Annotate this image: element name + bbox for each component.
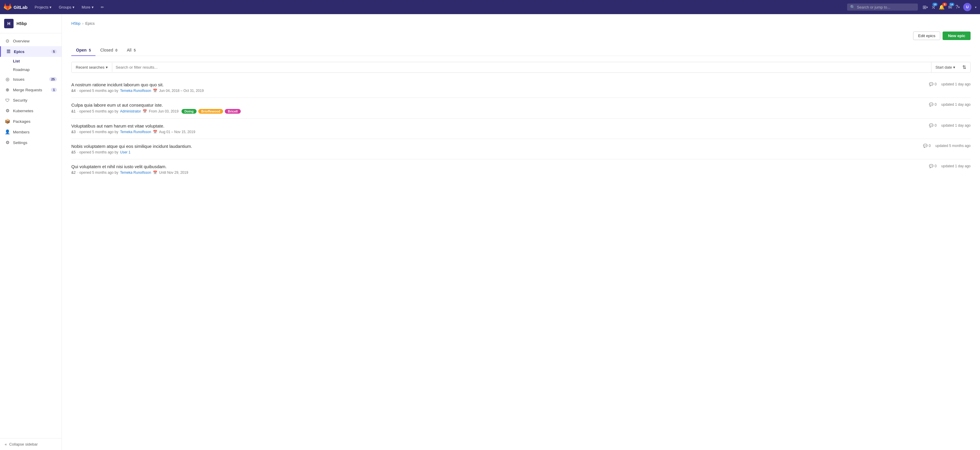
sidebar-nav: ⊙ Overview ☰ Epics 5 List Roadmap ◎ Issu…: [0, 33, 62, 438]
epic-author[interactable]: Temeka Runolfsson: [120, 170, 151, 175]
todo-btn[interactable]: 🔔 5: [939, 5, 945, 10]
merge-icon: ⊕: [5, 87, 10, 92]
global-search-input[interactable]: [857, 5, 915, 10]
comment-count: 0: [935, 102, 937, 107]
page-header: Edit epics New epic: [71, 32, 970, 40]
breadcrumb-project-link[interactable]: H5bp: [71, 21, 80, 25]
groups-nav-btn[interactable]: Groups ▾: [56, 4, 77, 11]
comment-icon: 💬: [929, 164, 934, 168]
sort-controls[interactable]: Start date ▾ ⇅: [931, 62, 970, 72]
settings-icon: ⚙: [5, 140, 10, 145]
sidebar-item-members[interactable]: 👤 Members: [0, 127, 62, 137]
epic-meta: &3 · opened 5 months ago by Temeka Runol…: [71, 130, 198, 134]
sort-label-btn[interactable]: Start date ▾: [935, 65, 955, 70]
sidebar-item-kubernetes[interactable]: ⚙ Kubernetes: [0, 105, 62, 116]
epic-date: Aug 01 – Nov 15, 2019: [159, 130, 195, 134]
epic-updated: updated 1 day ago: [942, 123, 970, 127]
sidebar-item-security[interactable]: 🛡 Security: [0, 95, 62, 105]
breadcrumb: H5bp › Epics: [71, 21, 970, 25]
sidebar-item-label: Issues: [13, 77, 24, 81]
sidebar-item-issues[interactable]: ◎ Issues 25: [0, 74, 62, 84]
kubernetes-icon: ⚙: [5, 108, 10, 113]
epic-comments: 💬 0: [929, 82, 937, 86]
tab-all[interactable]: All 5: [122, 45, 140, 56]
epic-date: Jun 04, 2018 – Oct 31, 2019: [159, 89, 204, 93]
epic-tag[interactable]: Brioffewood: [198, 109, 223, 114]
epic-updated: updated 1 day ago: [942, 164, 970, 168]
edit-icon-btn[interactable]: ✏: [99, 4, 107, 11]
help-icon: ?: [956, 5, 958, 10]
chevron-down-icon: ▾: [958, 6, 960, 9]
epic-comments: 💬 0: [923, 144, 931, 148]
epic-date: From Jun 03, 2019: [149, 109, 178, 113]
epic-title[interactable]: A nostrum ratione incidunt laborum quo q…: [71, 82, 207, 87]
recent-searches-label: Recent searches: [76, 65, 105, 70]
sidebar-project[interactable]: H H5bp: [0, 14, 62, 33]
global-search-box[interactable]: 🔍: [847, 3, 918, 11]
issues-icon: ◎: [5, 76, 10, 82]
main-content: H5bp › Epics Edit epics New epic Open 5 …: [62, 14, 980, 450]
projects-nav-btn[interactable]: Projects ▾: [32, 4, 54, 11]
plus-dropdown-btn[interactable]: ⊞ ▾: [923, 5, 928, 10]
epic-author[interactable]: Temeka Runolfsson: [120, 89, 151, 93]
filter-input[interactable]: [112, 63, 931, 72]
merge-request-btn[interactable]: ⤮ 10: [931, 5, 935, 10]
avatar-chevron[interactable]: ▾: [975, 6, 977, 9]
chevron-down-icon: ▾: [106, 65, 108, 70]
calendar-icon: 📅: [153, 89, 158, 93]
epic-title[interactable]: Qui voluptatem et nihil nisi iusto velit…: [71, 164, 191, 169]
epic-comments: 💬 0: [929, 164, 937, 168]
sidebar-item-merge-requests[interactable]: ⊕ Merge Requests 1: [0, 84, 62, 95]
main-layout: H H5bp ⊙ Overview ☰ Epics 5 List Roadmap: [0, 14, 980, 450]
help-btn[interactable]: ? ▾: [956, 5, 960, 10]
epic-ref: &2: [71, 170, 76, 175]
epic-info: A nostrum ratione incidunt laborum quo q…: [71, 82, 207, 93]
tab-open[interactable]: Open 5: [71, 45, 95, 56]
epic-info: Voluptatibus aut nam harum est vitae vol…: [71, 123, 198, 134]
edit-epics-button[interactable]: Edit epics: [913, 32, 940, 40]
sidebar: H H5bp ⊙ Overview ☰ Epics 5 List Roadmap: [0, 14, 62, 450]
gitlab-logo[interactable]: GitLab: [3, 3, 28, 11]
epic-author[interactable]: Administrator: [120, 109, 141, 113]
issues-badge: 14: [949, 3, 955, 6]
epics-list: A nostrum ratione incidunt laborum quo q…: [71, 78, 970, 179]
epic-title[interactable]: Voluptatibus aut nam harum est vitae vol…: [71, 123, 198, 129]
sidebar-item-label: Merge Requests: [13, 88, 42, 92]
tab-closed[interactable]: Closed 0: [95, 45, 122, 56]
calendar-icon: 📅: [153, 170, 158, 175]
user-avatar[interactable]: U: [963, 3, 972, 11]
epic-updated: updated 1 day ago: [942, 82, 970, 86]
epic-title[interactable]: Nobis voluptatem atque qui eos similique…: [71, 144, 192, 149]
more-nav-btn[interactable]: More ▾: [79, 4, 96, 11]
epic-updated: updated 5 months ago: [935, 144, 970, 148]
topnav: GitLab Projects ▾ Groups ▾ More ▾ ✏ 🔍 ⊞ …: [0, 0, 980, 14]
epic-meta-text: · opened 5 months ago by: [78, 130, 118, 134]
collapse-sidebar-btn[interactable]: « Collapse sidebar: [0, 438, 62, 450]
epic-meta: &1 · opened 5 months ago by Administrato…: [71, 109, 241, 114]
sidebar-item-settings[interactable]: ⚙ Settings: [0, 137, 62, 148]
epic-ref: &3: [71, 130, 76, 134]
epic-list-item: A nostrum ratione incidunt laborum quo q…: [71, 78, 970, 97]
sort-direction-btn[interactable]: ⇅: [963, 65, 966, 70]
sidebar-item-label: Security: [13, 98, 27, 102]
sidebar-item-epics[interactable]: ☰ Epics 5: [0, 46, 62, 57]
members-icon: 👤: [5, 129, 10, 135]
epic-title[interactable]: Culpa quia labore eum ut aut consequatur…: [71, 102, 241, 108]
epic-right: 💬 0 updated 1 day ago: [929, 102, 970, 107]
recent-searches-btn[interactable]: Recent searches ▾: [72, 63, 112, 72]
new-epic-button[interactable]: New epic: [943, 32, 970, 40]
sidebar-item-overview[interactable]: ⊙ Overview: [0, 36, 62, 46]
epic-author[interactable]: User 1: [120, 150, 130, 154]
epics-icon: ☰: [6, 49, 11, 54]
issues-btn[interactable]: ✉ 14: [948, 5, 952, 10]
sidebar-item-packages[interactable]: 📦 Packages: [0, 116, 62, 127]
sidebar-sub-item-roadmap[interactable]: Roadmap: [13, 65, 62, 74]
epic-tag[interactable]: Doing: [181, 109, 197, 114]
epic-right: 💬 0 updated 5 months ago: [923, 144, 970, 148]
epic-tag[interactable]: Bricell: [225, 109, 241, 114]
epic-author[interactable]: Temeka Runolfsson: [120, 130, 151, 134]
epic-info: Nobis voluptatem atque qui eos similique…: [71, 144, 192, 154]
epic-right: 💬 0 updated 1 day ago: [929, 82, 970, 86]
mr-badge: 1: [51, 88, 57, 92]
sidebar-sub-item-list[interactable]: List: [13, 57, 62, 65]
